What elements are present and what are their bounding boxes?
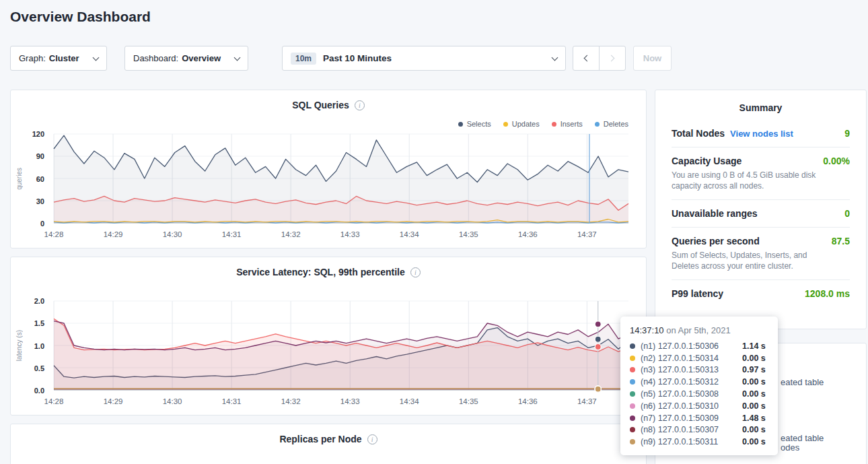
y-tick-label: 30	[36, 197, 44, 205]
tooltip-node-row: (n2) 127.0.0.1:503140.00 s	[630, 352, 768, 364]
tooltip-node-label: (n5) 127.0.0.1:50308	[641, 389, 742, 399]
summary-row-label: P99 latency	[672, 288, 723, 299]
x-tick-label: 14:32	[281, 230, 301, 238]
time-prev-button[interactable]	[573, 46, 600, 71]
event-text-fragment: eated table	[781, 433, 824, 443]
tooltip-timestamp: 14:37:10 on Apr 5th, 2021	[630, 325, 768, 335]
tooltip-node-row: (n4) 127.0.0.1:503120.00 s	[630, 376, 768, 388]
replicas-per-node-chart: Replicas per Node	[10, 424, 647, 464]
chart-title-row: Service Latency: SQL, 99th percentile	[11, 267, 646, 277]
dashboard-dropdown-value: Overview	[182, 53, 221, 63]
x-tick-label: 14:28	[44, 397, 64, 405]
x-tick-label: 14:30	[163, 230, 182, 238]
x-axis: 14:2814:2914:3014:3114:3214:3314:3414:35…	[54, 397, 628, 408]
chart-legend: SelectsUpdatesInsertsDeletes	[458, 120, 628, 128]
legend-dot	[552, 122, 556, 127]
x-tick-label: 14:29	[104, 230, 123, 238]
chart-plot-area[interactable]	[54, 301, 628, 391]
y-axis: 0306090120	[11, 134, 48, 224]
chart-tooltip: 14:37:10 on Apr 5th, 2021 (n1) 127.0.0.1…	[620, 317, 778, 455]
info-icon[interactable]	[355, 100, 365, 110]
x-tick-label: 14:29	[104, 397, 123, 405]
chart-title: Service Latency: SQL, 99th percentile	[236, 267, 405, 277]
tooltip-node-value: 1.14 s	[742, 341, 766, 351]
y-tick-label: 1.0	[34, 342, 44, 350]
summary-rows: Total Nodes View nodes list 9 Capacity U…	[655, 120, 866, 310]
y-tick-label: 1.5	[34, 319, 44, 327]
x-tick-label: 14:34	[400, 397, 419, 405]
dashboard-dropdown[interactable]: Dashboard: Overview	[124, 46, 248, 71]
legend-dot	[458, 122, 463, 127]
time-range-dropdown[interactable]: 10m Past 10 Minutes	[282, 46, 566, 71]
x-tick-label: 14:33	[340, 397, 360, 405]
tooltip-node-label: (n4) 127.0.0.1:50312	[641, 377, 742, 387]
node-color-dot	[630, 416, 635, 421]
summary-row-value: 87.5	[832, 236, 850, 246]
summary-title: Summary	[655, 90, 866, 120]
tooltip-node-value: 0.00 s	[742, 425, 766, 434]
graph-dropdown[interactable]: Graph: Cluster	[10, 46, 107, 71]
tooltip-time: 14:37:10	[630, 325, 664, 335]
tooltip-node-label: (n2) 127.0.0.1:50314	[641, 354, 742, 363]
x-tick-label: 14:36	[518, 230, 538, 238]
y-axis: 0.00.51.01.52.0	[11, 301, 48, 391]
tooltip-node-value: 0.00 s	[742, 437, 766, 446]
summary-row-unavailable-ranges: Unavailable ranges 0	[672, 200, 850, 228]
legend-item-inserts: Inserts	[552, 120, 583, 128]
page-title: Overview Dashboard	[10, 9, 151, 25]
summary-row-description: Sum of Selects, Updates, Inserts, and De…	[672, 250, 850, 271]
summary-row-total-nodes: Total Nodes View nodes list 9	[672, 120, 850, 147]
summary-panel: Summary Total Nodes View nodes list 9 Ca…	[655, 90, 867, 329]
y-tick-label: 0	[40, 220, 44, 228]
chart-title-row: SQL Queries	[11, 100, 646, 110]
tooltip-node-row: (n7) 127.0.0.1:503091.48 s	[630, 412, 768, 424]
graph-dropdown-label: Graph:	[19, 53, 46, 63]
tooltip-node-label: (n6) 127.0.0.1:50310	[641, 401, 742, 411]
view-nodes-list-link[interactable]: View nodes list	[730, 129, 793, 139]
y-tick-label: 90	[36, 152, 44, 160]
tooltip-node-label: (n1) 127.0.0.1:50306	[641, 341, 742, 351]
node-color-dot	[630, 379, 635, 385]
node-color-dot	[630, 391, 635, 397]
y-tick-label: 0.0	[34, 387, 44, 395]
event-text-fragment: odes	[781, 442, 799, 453]
legend-dot	[595, 122, 600, 127]
y-tick-label: 0.5	[34, 364, 44, 372]
now-button[interactable]: Now	[633, 46, 672, 71]
tooltip-node-label: (n9) 127.0.0.1:50311	[641, 437, 742, 446]
x-tick-label: 14:32	[281, 397, 301, 405]
summary-row-p99-latency: P99 latency 1208.0 ms	[672, 280, 850, 307]
info-icon[interactable]	[367, 434, 377, 444]
chevron-down-icon	[552, 54, 558, 61]
y-tick-label: 2.0	[34, 297, 44, 305]
node-color-dot	[630, 439, 635, 444]
legend-label: Inserts	[560, 120, 583, 128]
tooltip-node-value: 0.00 s	[742, 389, 766, 399]
summary-row-value: 9	[844, 128, 850, 139]
legend-item-updates: Updates	[503, 120, 540, 128]
summary-row-capacity-usage: Capacity Usage 0.00% You are using 0 B o…	[672, 147, 850, 200]
chart-title: Replicas per Node	[279, 434, 361, 444]
dashboard-dropdown-label: Dashboard:	[133, 53, 178, 63]
tooltip-node-value: 0.00 s	[742, 377, 766, 387]
service-latency-chart: Service Latency: SQL, 99th percentile la…	[10, 257, 647, 416]
chart-plot-area[interactable]	[54, 134, 628, 224]
tooltip-rows: (n1) 127.0.0.1:503061.14 s(n2) 127.0.0.1…	[630, 340, 768, 448]
tooltip-node-row: (n1) 127.0.0.1:503061.14 s	[630, 340, 768, 352]
tooltip-node-label: (n8) 127.0.0.1:50307	[641, 425, 742, 434]
x-tick-label: 14:35	[459, 230, 478, 238]
x-tick-label: 14:34	[400, 230, 419, 238]
x-tick-label: 14:31	[222, 397, 242, 405]
tooltip-node-row: (n5) 127.0.0.1:503080.00 s	[630, 388, 768, 400]
tooltip-node-value: 0.00 s	[742, 354, 766, 363]
summary-row-label: Total Nodes	[672, 128, 725, 139]
legend-label: Selects	[467, 120, 491, 128]
y-tick-label: 60	[36, 175, 44, 183]
tooltip-node-row: (n8) 127.0.0.1:503070.00 s	[630, 424, 768, 436]
x-axis: 14:2814:2914:3014:3114:3214:3314:3414:35…	[54, 230, 628, 241]
graph-dropdown-value: Cluster	[49, 53, 79, 63]
legend-dot	[503, 122, 508, 127]
time-range-badge: 10m	[291, 53, 316, 65]
time-next-button[interactable]	[599, 46, 626, 71]
info-icon[interactable]	[410, 267, 421, 277]
